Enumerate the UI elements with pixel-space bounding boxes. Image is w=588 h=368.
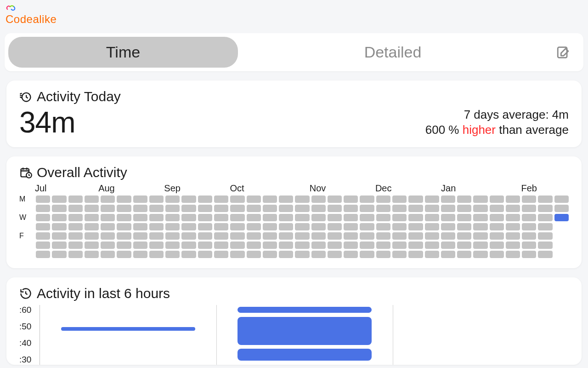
- heatmap-cell[interactable]: [247, 205, 261, 212]
- heatmap-cell[interactable]: [311, 232, 326, 240]
- heatmap-cell[interactable]: [133, 223, 147, 230]
- heatmap-cell[interactable]: [311, 223, 326, 230]
- heatmap-cell[interactable]: [538, 251, 552, 258]
- heatmap-cell[interactable]: [441, 214, 455, 221]
- heatmap-cell[interactable]: [376, 214, 390, 221]
- heatmap-cell[interactable]: [36, 205, 50, 212]
- heatmap-cell[interactable]: [101, 205, 115, 212]
- heatmap-cell[interactable]: [425, 205, 439, 212]
- heatmap-cell[interactable]: [279, 251, 293, 258]
- heatmap-cell[interactable]: [68, 196, 83, 203]
- heatmap-cell[interactable]: [85, 251, 99, 258]
- heatmap-cell[interactable]: [457, 196, 471, 203]
- heatmap-cell[interactable]: [328, 232, 342, 240]
- heatmap-cell[interactable]: [133, 242, 147, 249]
- heatmap-cell[interactable]: [376, 251, 390, 258]
- heatmap-cell[interactable]: [181, 205, 196, 212]
- heatmap-cell[interactable]: [198, 205, 212, 212]
- heatmap-cell[interactable]: [230, 214, 244, 221]
- heatmap-cell[interactable]: [376, 205, 390, 212]
- heatmap-cell[interactable]: [165, 214, 180, 221]
- heatmap-cell[interactable]: [538, 232, 552, 240]
- heatmap-cell[interactable]: [328, 251, 342, 258]
- heatmap-cell[interactable]: [473, 196, 487, 203]
- heatmap-cell[interactable]: [360, 232, 374, 240]
- heatmap-cell[interactable]: [408, 223, 423, 230]
- heatmap-cell[interactable]: [68, 223, 83, 230]
- heatmap-cell[interactable]: [457, 214, 471, 221]
- heatmap-cell[interactable]: [457, 223, 471, 230]
- heatmap-cell[interactable]: [554, 214, 569, 221]
- heatmap-cell[interactable]: [344, 205, 358, 212]
- heatmap-cell[interactable]: [538, 223, 552, 230]
- heatmap-cell[interactable]: [490, 214, 504, 221]
- heatmap-cell[interactable]: [344, 196, 358, 203]
- heatmap-cell[interactable]: [360, 205, 374, 212]
- heatmap-cell[interactable]: [295, 223, 309, 230]
- heatmap-cell[interactable]: [214, 242, 228, 249]
- heatmap-cell[interactable]: [408, 232, 423, 240]
- heatmap-cell[interactable]: [311, 205, 326, 212]
- timeline-block[interactable]: [237, 307, 372, 313]
- heatmap-cell[interactable]: [214, 196, 228, 203]
- timeline-block[interactable]: [237, 349, 372, 361]
- heatmap-cell[interactable]: [85, 232, 99, 240]
- heatmap-cell[interactable]: [36, 251, 50, 258]
- heatmap-cell[interactable]: [36, 232, 50, 240]
- heatmap-cell[interactable]: [311, 214, 326, 221]
- heatmap-cell[interactable]: [198, 223, 212, 230]
- heatmap-cell[interactable]: [117, 214, 131, 221]
- heatmap-cell[interactable]: [408, 214, 423, 221]
- heatmap-cell[interactable]: [408, 205, 423, 212]
- heatmap-cell[interactable]: [295, 251, 309, 258]
- heatmap-cell[interactable]: [311, 242, 326, 249]
- heatmap-cell[interactable]: [181, 242, 196, 249]
- heatmap-cell[interactable]: [311, 251, 326, 258]
- heatmap-cell[interactable]: [247, 214, 261, 221]
- heatmap-cell[interactable]: [311, 196, 326, 203]
- heatmap-cell[interactable]: [52, 251, 66, 258]
- heatmap-cell[interactable]: [490, 242, 504, 249]
- heatmap-cell[interactable]: [360, 242, 374, 249]
- heatmap-cell[interactable]: [247, 242, 261, 249]
- timeline-block[interactable]: [61, 327, 195, 331]
- heatmap-cell[interactable]: [149, 205, 164, 212]
- heatmap-cell[interactable]: [506, 196, 520, 203]
- heatmap-cell[interactable]: [328, 196, 342, 203]
- heatmap-cell[interactable]: [52, 232, 66, 240]
- heatmap-cell[interactable]: [441, 251, 455, 258]
- heatmap-cell[interactable]: [101, 223, 115, 230]
- heatmap-cell[interactable]: [506, 223, 520, 230]
- heatmap-cell[interactable]: [149, 214, 164, 221]
- heatmap-cell[interactable]: [117, 251, 131, 258]
- heatmap-cell[interactable]: [36, 196, 50, 203]
- heatmap-cell[interactable]: [506, 205, 520, 212]
- heatmap-cell[interactable]: [538, 242, 552, 249]
- heatmap-cell[interactable]: [441, 205, 455, 212]
- heatmap-cell[interactable]: [101, 251, 115, 258]
- heatmap-cell[interactable]: [295, 214, 309, 221]
- heatmap-cell[interactable]: [279, 232, 293, 240]
- heatmap-cell[interactable]: [214, 214, 228, 221]
- heatmap-cell[interactable]: [117, 223, 131, 230]
- heatmap-cell[interactable]: [117, 196, 131, 203]
- heatmap-cell[interactable]: [279, 214, 293, 221]
- heatmap-cell[interactable]: [68, 205, 83, 212]
- heatmap-cell[interactable]: [506, 242, 520, 249]
- heatmap-cell[interactable]: [360, 223, 374, 230]
- heatmap-cell[interactable]: [538, 196, 552, 203]
- heatmap-cell[interactable]: [85, 214, 99, 221]
- heatmap-cell[interactable]: [247, 251, 261, 258]
- heatmap-cell[interactable]: [181, 223, 196, 230]
- timeline-block[interactable]: [237, 317, 372, 345]
- heatmap-cell[interactable]: [263, 232, 277, 240]
- heatmap-cell[interactable]: [522, 223, 536, 230]
- heatmap-cell[interactable]: [425, 214, 439, 221]
- heatmap-cell[interactable]: [117, 232, 131, 240]
- heatmap-cell[interactable]: [328, 205, 342, 212]
- heatmap-cell[interactable]: [263, 196, 277, 203]
- heatmap-cell[interactable]: [263, 251, 277, 258]
- heatmap-cell[interactable]: [392, 251, 407, 258]
- heatmap-cell[interactable]: [198, 196, 212, 203]
- heatmap-cell[interactable]: [68, 242, 83, 249]
